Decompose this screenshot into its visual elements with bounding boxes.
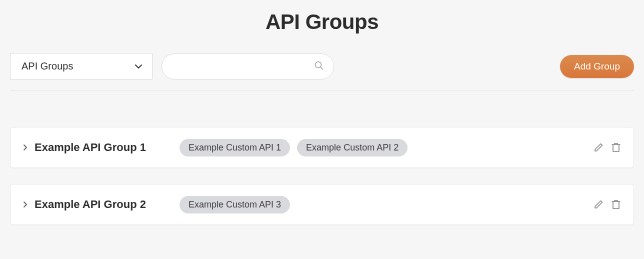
add-group-button[interactable]: Add Group bbox=[560, 55, 634, 78]
group-actions bbox=[594, 200, 620, 210]
filter-select-label: API Groups bbox=[22, 60, 73, 72]
divider bbox=[10, 90, 634, 91]
group-actions bbox=[594, 142, 620, 152]
group-tags: Example Custom API 1 Example Custom API … bbox=[180, 139, 594, 156]
group-tags: Example Custom API 3 bbox=[180, 196, 594, 214]
group-card: Example API Group 2 Example Custom API 3 bbox=[10, 184, 634, 225]
svg-line-1 bbox=[320, 67, 322, 69]
chevron-down-icon bbox=[135, 62, 142, 71]
edit-icon[interactable] bbox=[594, 142, 604, 152]
filter-select[interactable]: API Groups bbox=[10, 53, 152, 80]
chevron-right-icon[interactable] bbox=[24, 202, 28, 208]
group-name: Example API Group 2 bbox=[34, 198, 180, 211]
api-tag: Example Custom API 1 bbox=[180, 139, 290, 156]
page-title: API Groups bbox=[10, 10, 634, 34]
group-card: Example API Group 1 Example Custom API 1… bbox=[10, 127, 634, 168]
delete-icon[interactable] bbox=[612, 200, 620, 210]
controls-row: API Groups Add Group bbox=[10, 53, 634, 80]
api-tag: Example Custom API 3 bbox=[180, 196, 290, 214]
delete-icon[interactable] bbox=[612, 142, 620, 152]
api-tag: Example Custom API 2 bbox=[297, 139, 408, 156]
search-input[interactable] bbox=[172, 61, 314, 72]
group-name: Example API Group 1 bbox=[34, 141, 180, 154]
chevron-right-icon[interactable] bbox=[24, 144, 28, 150]
edit-icon[interactable] bbox=[594, 200, 604, 210]
group-list: Example API Group 1 Example Custom API 1… bbox=[10, 127, 634, 225]
search-field-wrapper bbox=[162, 54, 334, 80]
search-icon bbox=[314, 61, 324, 72]
